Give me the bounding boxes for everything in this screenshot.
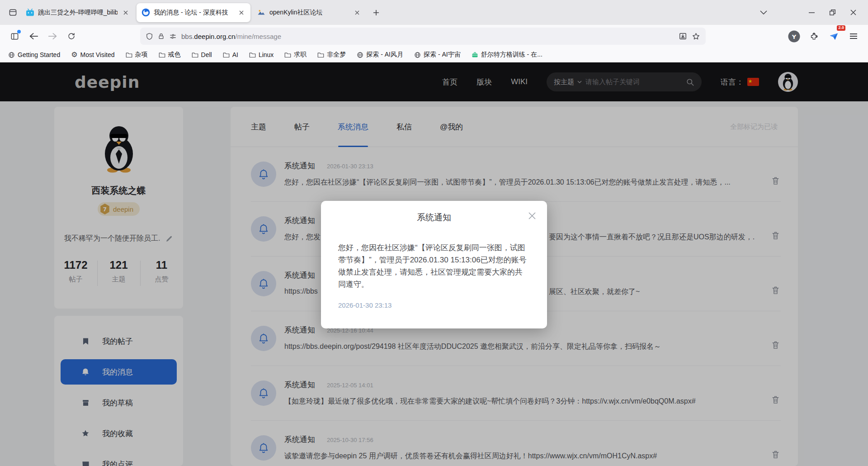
bookmark-label: 杂项 — [135, 51, 148, 59]
browser-tab[interactable]: 跳出三贷之外-哔哩哔哩_bilibili — [21, 3, 135, 22]
bookmark-label: Dell — [201, 51, 212, 58]
bookmark-item[interactable]: AI — [223, 51, 238, 58]
bookmark-label: Most Visited — [80, 51, 115, 58]
window-controls — [753, 5, 863, 21]
extension-badge: 2.0 — [837, 25, 845, 31]
shield-icon[interactable] — [146, 33, 153, 40]
bookmark-icon — [126, 52, 132, 58]
tab-favicon — [257, 8, 266, 17]
modal-date: 2026-01-30 23:13 — [338, 301, 530, 309]
bookmark-item[interactable]: ⚙ Most Visited — [71, 51, 114, 58]
url-bar[interactable]: bbs. deepin.org.cn /mine/message — [140, 28, 706, 45]
bookmark-icon — [472, 52, 478, 58]
save-page-icon[interactable] — [679, 32, 687, 40]
url-subdomain: bbs. — [181, 33, 194, 40]
account-avatar-icon[interactable]: Y — [786, 28, 802, 44]
modal-close-icon[interactable] — [527, 211, 537, 221]
bookmark-item[interactable]: 舒尔特方格训练 - 在... — [472, 51, 542, 59]
bookmark-item[interactable]: 探索 - AI风月 — [357, 51, 403, 59]
browser-tab[interactable]: 我的消息 - 论坛 - 深度科技 — [137, 3, 250, 22]
firefox-view-icon[interactable] — [5, 5, 21, 21]
sidebar-toggle-icon[interactable] — [6, 28, 23, 44]
forward-button[interactable] — [44, 28, 61, 44]
bookmark-label: Getting Started — [18, 51, 60, 58]
bookmark-label: 探索 - AI宇宙 — [424, 51, 461, 59]
browser-tab-strip: 跳出三贷之外-哔哩哔哩_bilibili 我的消息 - 论坛 - 深度科技 op… — [0, 0, 868, 25]
page-viewport: deepin 首页 版块 WIKI 按主题 请输入帖子关键词 语言： — [0, 62, 868, 466]
browser-toolbar: bbs. deepin.org.cn /mine/message Y 2.0 — [0, 25, 868, 48]
reload-button[interactable] — [63, 28, 80, 44]
lock-icon[interactable] — [158, 33, 165, 40]
bookmark-item[interactable]: Getting Started — [8, 51, 60, 58]
bookmark-item[interactable]: 非全梦 — [317, 51, 346, 59]
svg-text:Y: Y — [791, 33, 796, 40]
restore-button[interactable] — [822, 5, 843, 21]
bookmarks-bar: Getting Started ⚙ Most Visited 杂项 戒色 Del… — [0, 48, 868, 62]
url-path: /mine/message — [235, 33, 281, 40]
tab-favicon — [141, 8, 150, 17]
bookmark-icon — [8, 52, 15, 58]
bookmark-item[interactable]: 杂项 — [126, 51, 148, 59]
url-text: bbs. deepin.org.cn /mine/message — [181, 33, 281, 40]
bookmark-item[interactable]: 探索 - AI宇宙 — [414, 51, 461, 59]
url-domain: deepin.org.cn — [194, 33, 235, 40]
bookmark-item[interactable]: 戒色 — [159, 51, 181, 59]
bookmark-label: AI — [232, 51, 238, 58]
tab-favicon — [25, 8, 34, 17]
modal-title: 系统通知 — [321, 212, 547, 223]
bookmark-icon — [357, 52, 363, 58]
bookmark-label: 舒尔特方格训练 - 在... — [481, 51, 542, 59]
tab-list-chevron-icon[interactable] — [753, 5, 774, 21]
tab-title: 跳出三贷之外-哔哩哔哩_bilibili — [38, 9, 118, 17]
notification-dot — [17, 30, 21, 33]
bookmark-label: Linux — [259, 51, 274, 58]
tab-title: openKylin社区论坛 — [269, 9, 349, 17]
panel-icon — [10, 32, 19, 41]
bookmark-icon — [192, 52, 198, 58]
bookmark-label: 戒色 — [168, 51, 181, 59]
extensions-puzzle-icon[interactable] — [806, 28, 822, 44]
close-window-button[interactable] — [843, 5, 863, 21]
bookmark-icon — [414, 52, 421, 58]
modal-body: 您好，您因在社区涉嫌“【评论区反复刷同一张图，试图带节奏】”，管理员于2026.… — [338, 242, 530, 290]
bookmark-icon — [223, 52, 230, 58]
bookmark-icon: ⚙ — [71, 51, 77, 58]
bookmark-icon — [249, 52, 256, 58]
browser-tab[interactable]: openKylin社区论坛 — [252, 3, 366, 22]
bookmark-item[interactable]: Linux — [249, 51, 274, 58]
translate-flag-icon — [829, 32, 839, 41]
bookmark-icon — [159, 52, 165, 58]
tab-close-icon[interactable] — [353, 8, 362, 17]
bookmark-icon — [284, 52, 291, 58]
back-button[interactable] — [25, 28, 42, 44]
bookmark-label: 求职 — [294, 51, 307, 59]
tab-close-icon[interactable] — [121, 8, 130, 17]
translate-extension-icon[interactable]: 2.0 — [826, 28, 842, 44]
bookmark-label: 探索 - AI风月 — [366, 51, 403, 59]
toolbar-right-icons: Y 2.0 — [786, 28, 862, 44]
permissions-icon[interactable] — [169, 33, 177, 40]
bookmark-label: 非全梦 — [327, 51, 346, 59]
bookmark-item[interactable]: 求职 — [284, 51, 307, 59]
notification-modal: 系统通知 您好，您因在社区涉嫌“【评论区反复刷同一张图，试图带节奏】”，管理员于… — [321, 201, 547, 328]
tab-close-icon[interactable] — [237, 8, 246, 17]
new-tab-button[interactable] — [368, 5, 384, 21]
menu-hamburger-icon[interactable] — [845, 28, 862, 44]
minimize-button[interactable] — [801, 5, 822, 21]
bookmark-star-icon[interactable] — [692, 32, 700, 41]
tab-title: 我的消息 - 论坛 - 深度科技 — [154, 9, 233, 17]
bookmark-icon — [317, 52, 324, 58]
bookmark-item[interactable]: Dell — [192, 51, 212, 58]
